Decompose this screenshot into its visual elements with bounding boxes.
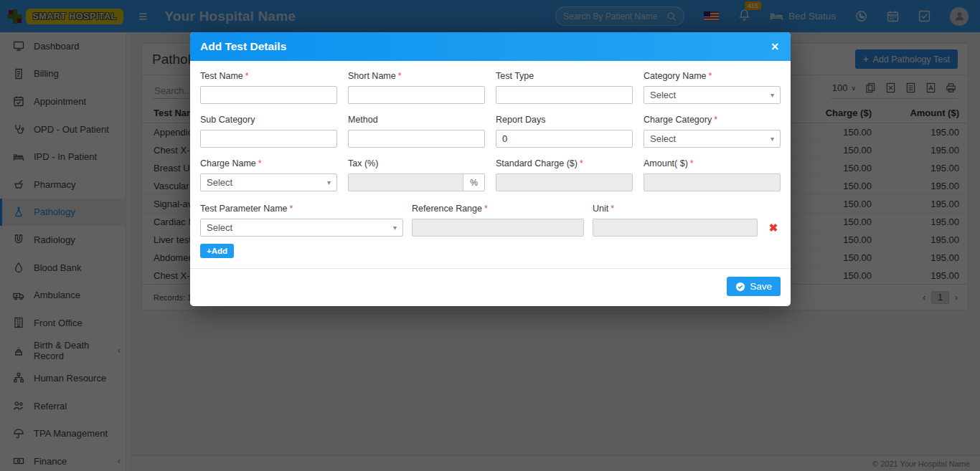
sub-category-label: Sub Category xyxy=(200,115,337,125)
unit-field: Unit* xyxy=(593,204,758,237)
category-name-select[interactable]: Select▾ xyxy=(644,86,781,104)
test-type-label: Test Type xyxy=(496,71,633,81)
charge-category-select-value: Select xyxy=(650,133,676,144)
required-asterisk: * xyxy=(714,115,717,125)
standard-charge-label: Standard Charge ($)* xyxy=(496,158,633,168)
unit-label: Unit* xyxy=(593,204,758,214)
tax-field: Tax (%)% xyxy=(348,158,485,191)
remove-parameter-button[interactable]: ✖ xyxy=(766,219,781,237)
caret-down-icon: ▾ xyxy=(327,179,331,186)
required-asterisk: * xyxy=(580,158,583,168)
report-days-input[interactable] xyxy=(496,130,633,148)
modal-footer: Save xyxy=(190,269,791,306)
required-asterisk: * xyxy=(484,204,488,214)
method-input[interactable] xyxy=(348,130,485,148)
category-name-field: Category Name*Select▾ xyxy=(644,71,781,104)
category-name-label: Category Name* xyxy=(644,71,781,81)
test-name-input[interactable] xyxy=(200,86,337,104)
tax-addon: % xyxy=(463,173,485,191)
add-test-modal: Add Test Details ✕ Test Name*Short Name*… xyxy=(190,32,791,306)
required-asterisk: * xyxy=(258,158,262,168)
modal-body: Test Name*Short Name*Test TypeCategory N… xyxy=(190,61,791,258)
test-type-field: Test Type xyxy=(496,71,633,104)
test-parameter-name-field: Test Parameter Name*Select▾ xyxy=(200,204,403,237)
standard-charge-input xyxy=(496,173,633,191)
caret-down-icon: ▾ xyxy=(393,224,397,232)
tax-input xyxy=(348,173,463,191)
amount-label: Amount( $)* xyxy=(644,158,781,168)
charge-category-label: Charge Category* xyxy=(644,115,781,125)
save-button-label: Save xyxy=(750,281,772,292)
charge-name-label: Charge Name* xyxy=(200,158,337,168)
charge-name-select[interactable]: Select▾ xyxy=(200,173,337,191)
test-parameter-name-label: Test Parameter Name* xyxy=(200,204,403,214)
reference-range-input xyxy=(412,219,584,237)
check-circle-icon xyxy=(735,282,745,292)
test-type-input[interactable] xyxy=(496,86,633,104)
reference-range-field: Reference Range* xyxy=(412,204,584,237)
charge-category-field: Charge Category*Select▾ xyxy=(644,115,781,148)
test-name-label: Test Name* xyxy=(200,71,337,81)
report-days-field: Report Days xyxy=(496,115,633,148)
charge-category-select[interactable]: Select▾ xyxy=(644,130,781,148)
sub-category-field: Sub Category xyxy=(200,115,337,148)
caret-down-icon: ▾ xyxy=(771,135,774,143)
required-asterisk: * xyxy=(690,158,694,168)
required-asterisk: * xyxy=(709,71,712,81)
amount-input xyxy=(644,173,781,191)
required-asterisk: * xyxy=(290,204,293,214)
standard-charge-field: Standard Charge ($)* xyxy=(496,158,633,191)
method-field: Method xyxy=(348,115,485,148)
app-root: SMART HOSPITAL ≡ Your Hospital Name 415 xyxy=(0,0,980,471)
test-parameter-name-select-value: Select xyxy=(207,222,232,233)
add-parameter-button[interactable]: +Add xyxy=(200,244,234,258)
sub-category-input[interactable] xyxy=(200,130,337,148)
category-name-select-value: Select xyxy=(650,90,676,100)
unit-input xyxy=(593,219,758,237)
short-name-label: Short Name* xyxy=(348,71,485,81)
test-parameter-name-select[interactable]: Select▾ xyxy=(200,219,403,237)
method-label: Method xyxy=(348,115,485,125)
charge-name-field: Charge Name*Select▾ xyxy=(200,158,337,191)
modal-header: Add Test Details ✕ xyxy=(190,32,791,61)
short-name-input[interactable] xyxy=(348,86,485,104)
reference-range-label: Reference Range* xyxy=(412,204,584,214)
short-name-field: Short Name* xyxy=(348,71,485,104)
modal-close-button[interactable]: ✕ xyxy=(771,41,779,52)
tax-label: Tax (%) xyxy=(348,158,485,168)
required-asterisk: * xyxy=(398,71,402,81)
required-asterisk: * xyxy=(245,71,249,81)
save-button[interactable]: Save xyxy=(727,277,781,296)
charge-name-select-value: Select xyxy=(207,177,232,188)
required-asterisk: * xyxy=(611,204,614,214)
caret-down-icon: ▾ xyxy=(771,91,774,99)
modal-title: Add Test Details xyxy=(200,40,286,53)
amount-field: Amount( $)* xyxy=(644,158,781,191)
report-days-label: Report Days xyxy=(496,115,633,125)
test-name-field: Test Name* xyxy=(200,71,337,104)
